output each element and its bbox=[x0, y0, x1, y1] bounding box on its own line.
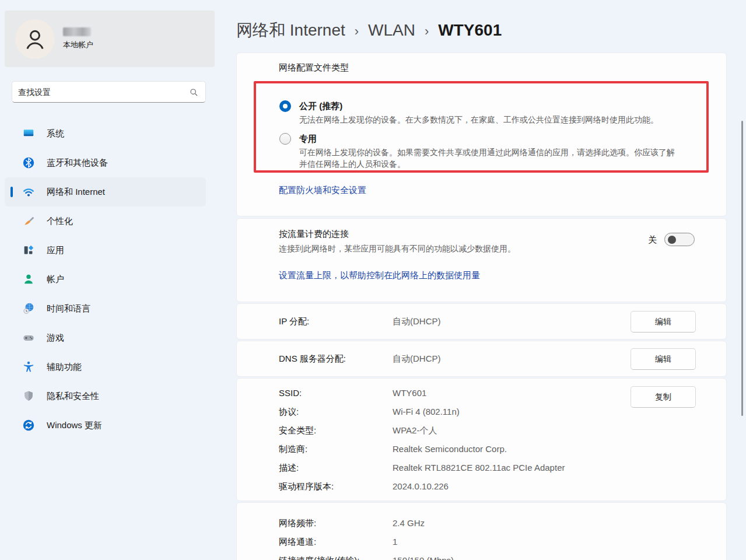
time-language-icon bbox=[22, 302, 35, 315]
radio-public-label[interactable]: 公开 (推荐) bbox=[299, 100, 342, 113]
gaming-icon bbox=[22, 331, 35, 344]
personalization-icon bbox=[22, 215, 35, 228]
account-type-label: 本地帐户 bbox=[63, 40, 93, 50]
band-label: 网络频带: bbox=[279, 518, 316, 529]
metered-description: 连接到此网络时，某些应用可能具有不同的功能以减少数据使用。 bbox=[279, 243, 659, 254]
system-icon bbox=[22, 127, 35, 140]
sidebar-item-network-internet[interactable]: 网络和 Internet bbox=[5, 177, 206, 206]
dns-label: DNS 服务器分配: bbox=[279, 354, 346, 365]
sidebar-item-accessibility[interactable]: 辅助功能 bbox=[5, 352, 206, 382]
radio-public-description: 无法在网络上发现你的设备。在大多数情况下，在家庭、工作或公共位置连接到网络时使用… bbox=[299, 114, 680, 125]
search-input[interactable] bbox=[12, 88, 189, 97]
sidebar-item-label: 游戏 bbox=[47, 332, 64, 344]
driver-version-value: 2024.0.10.226 bbox=[393, 481, 449, 491]
profile-type-title: 网络配置文件类型 bbox=[279, 62, 349, 74]
sidebar-item-personalization[interactable]: 个性化 bbox=[5, 206, 206, 236]
sidebar-item-bluetooth-devices[interactable]: 蓝牙和其他设备 bbox=[5, 148, 206, 177]
sidebar-item-label: 系统 bbox=[47, 128, 64, 139]
avatar bbox=[15, 19, 55, 59]
sidebar-item-label: 蓝牙和其他设备 bbox=[47, 158, 108, 169]
protocol-value: Wi-Fi 4 (802.11n) bbox=[393, 407, 460, 416]
radio-private-description: 可在网络上发现你的设备。如果需要文件共享或使用通过此网络通信的应用，请选择此选项… bbox=[299, 146, 680, 170]
security-type-value: WPA2-个人 bbox=[393, 425, 437, 436]
band-value: 2.4 GHz bbox=[393, 518, 425, 528]
search-box[interactable] bbox=[12, 81, 206, 103]
sidebar-item-label: 网络和 Internet bbox=[47, 187, 105, 198]
channel-label: 网络通道: bbox=[279, 537, 316, 548]
protocol-label: 协议: bbox=[279, 407, 299, 418]
driver-version-label: 驱动程序版本: bbox=[279, 481, 334, 492]
toggle-knob bbox=[668, 236, 676, 244]
adapter-properties-card: SSID: WTY601 协议: Wi-Fi 4 (802.11n) 安全类型:… bbox=[236, 378, 727, 501]
breadcrumb: 网络和 Internet › WLAN › WTY601 bbox=[236, 19, 502, 41]
network-profile-card: 网络配置文件类型 公开 (推荐) 无法在网络上发现你的设备。在大多数情况下，在家… bbox=[236, 52, 727, 216]
breadcrumb-current-page: WTY601 bbox=[438, 21, 502, 40]
sidebar-item-privacy-security[interactable]: 隐私和安全性 bbox=[5, 382, 206, 411]
description-label: 描述: bbox=[279, 463, 299, 474]
bluetooth-icon bbox=[22, 156, 35, 169]
description-value: Realtek RTL8821CE 802.11ac PCIe Adapter bbox=[393, 463, 565, 473]
ssid-label: SSID: bbox=[279, 388, 302, 398]
sidebar-item-label: Windows 更新 bbox=[47, 420, 102, 431]
dns-value: 自动(DHCP) bbox=[393, 354, 441, 365]
sidebar-item-windows-update[interactable]: Windows 更新 bbox=[5, 411, 206, 440]
user-name-redacted bbox=[63, 27, 91, 36]
sidebar-item-time-language[interactable]: 时间和语言 bbox=[5, 294, 206, 323]
sidebar-item-label: 辅助功能 bbox=[47, 362, 82, 373]
person-icon bbox=[22, 26, 48, 52]
dns-assignment-card: DNS 服务器分配: 自动(DHCP) 编辑 bbox=[236, 341, 727, 377]
breadcrumb-network-internet[interactable]: 网络和 Internet bbox=[236, 19, 345, 41]
breadcrumb-wlan[interactable]: WLAN bbox=[368, 21, 415, 40]
chevron-right-icon: › bbox=[425, 22, 429, 39]
sidebar-item-accounts[interactable]: 帐户 bbox=[5, 265, 206, 294]
link-speed-label: 链接速度(接收/传输): bbox=[279, 555, 359, 560]
metered-connection-card: 按流量计费的连接 连接到此网络时，某些应用可能具有不同的功能以减少数据使用。 关… bbox=[236, 218, 727, 302]
selected-indicator bbox=[10, 187, 13, 197]
sidebar-item-label: 帐户 bbox=[47, 274, 64, 285]
network-icon bbox=[22, 186, 35, 198]
ip-assignment-card: IP 分配: 自动(DHCP) 编辑 bbox=[236, 303, 727, 340]
accounts-icon bbox=[22, 273, 35, 286]
user-account[interactable]: 本地帐户 bbox=[5, 10, 215, 67]
link-speed-value: 150/150 (Mbps) bbox=[393, 555, 454, 560]
edit-dns-button[interactable]: 编辑 bbox=[631, 348, 696, 370]
toggle-state-label: 关 bbox=[648, 235, 657, 246]
data-limit-link[interactable]: 设置流量上限，以帮助控制在此网络上的数据使用量 bbox=[279, 270, 480, 281]
sidebar-item-label: 应用 bbox=[47, 245, 64, 256]
sidebar-item-label: 个性化 bbox=[47, 216, 73, 227]
sidebar-item-gaming[interactable]: 游戏 bbox=[5, 323, 206, 352]
network-band-card: 网络频带: 2.4 GHz 网络通道: 1 链接速度(接收/传输): 150/1… bbox=[236, 502, 727, 560]
edit-ip-button[interactable]: 编辑 bbox=[631, 311, 696, 332]
manufacturer-value: Realtek Semiconductor Corp. bbox=[393, 444, 507, 454]
sidebar-item-label: 隐私和安全性 bbox=[47, 391, 99, 402]
ssid-value: WTY601 bbox=[393, 388, 426, 398]
metered-toggle[interactable] bbox=[664, 233, 695, 246]
chevron-right-icon: › bbox=[355, 22, 359, 39]
firewall-settings-link[interactable]: 配置防火墙和安全设置 bbox=[279, 185, 366, 196]
radio-private[interactable] bbox=[279, 133, 291, 145]
sidebar-item-system[interactable]: 系统 bbox=[5, 119, 206, 148]
user-meta: 本地帐户 bbox=[63, 27, 93, 50]
metered-title: 按流量计费的连接 bbox=[279, 229, 349, 240]
security-type-label: 安全类型: bbox=[279, 425, 316, 436]
accessibility-icon bbox=[22, 360, 35, 373]
radio-public[interactable] bbox=[279, 100, 291, 112]
ip-value: 自动(DHCP) bbox=[393, 316, 441, 327]
radio-private-label[interactable]: 专用 bbox=[299, 132, 317, 145]
manufacturer-label: 制造商: bbox=[279, 444, 307, 455]
ip-label: IP 分配: bbox=[279, 316, 309, 327]
sidebar-item-label: 时间和语言 bbox=[47, 303, 90, 314]
privacy-icon bbox=[22, 390, 35, 402]
search-icon bbox=[189, 88, 198, 97]
copy-button[interactable]: 复制 bbox=[631, 386, 696, 408]
channel-value: 1 bbox=[393, 537, 397, 547]
sidebar-item-apps[interactable]: 应用 bbox=[5, 236, 206, 265]
windows-update-icon bbox=[22, 419, 35, 432]
apps-icon bbox=[22, 244, 35, 257]
scrollbar-thumb[interactable] bbox=[741, 121, 743, 416]
